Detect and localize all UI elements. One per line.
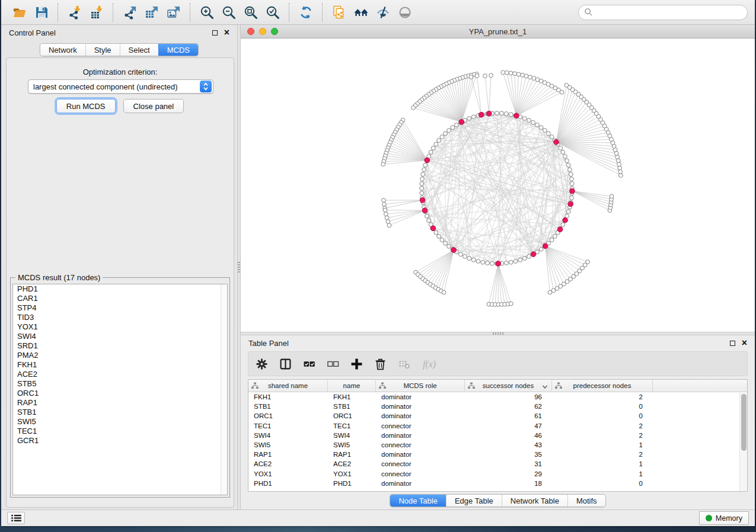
table-cell[interactable]: dominator <box>376 432 465 439</box>
table-cell[interactable]: connector <box>376 470 465 477</box>
close-panel-icon[interactable]: × <box>224 30 229 36</box>
mcds-result-list[interactable]: PHD1CAR1STP4TID3YOX1SWI4SRD1PMA2FKH1ACE2… <box>12 284 228 495</box>
splitter-grip[interactable] <box>238 262 240 273</box>
add-column-icon[interactable] <box>350 357 363 370</box>
zoom-in-icon[interactable] <box>197 3 216 21</box>
table-cell[interactable]: dominator <box>376 403 465 410</box>
save-session-icon[interactable] <box>32 3 50 21</box>
export-table-icon[interactable] <box>142 3 161 21</box>
table-cell[interactable]: dominator <box>376 412 465 419</box>
table-cell[interactable]: ACE2 <box>248 460 328 467</box>
table-cell[interactable]: ORC1 <box>248 412 328 419</box>
criterion-select[interactable]: largest connected component (undirected) <box>28 79 213 94</box>
result-list-item[interactable]: SWI4 <box>13 332 227 341</box>
tab-network[interactable]: Network <box>40 44 85 56</box>
column-header-predecessor-nodes[interactable]: predecessor nodes <box>552 380 653 392</box>
toggle-columns-icon[interactable] <box>279 357 292 370</box>
table-cell[interactable]: connector <box>376 460 465 467</box>
table-cell[interactable]: 61 <box>465 412 552 419</box>
task-history-button[interactable] <box>7 512 25 524</box>
result-list-item[interactable]: SWI5 <box>13 417 227 427</box>
table-cell[interactable]: ACE2 <box>328 460 376 467</box>
table-tab-motifs[interactable]: Motifs <box>567 495 605 507</box>
result-list-item[interactable]: YOX1 <box>13 322 227 332</box>
result-list-item[interactable]: RAP1 <box>13 398 227 408</box>
result-list-item[interactable]: TID3 <box>13 313 227 322</box>
table-cell[interactable]: RAP1 <box>328 451 376 458</box>
table-cell[interactable]: 96 <box>465 393 552 400</box>
table-scrollbar-thumb[interactable] <box>741 394 747 451</box>
table-cell[interactable]: STB1 <box>248 403 328 410</box>
open-file-icon[interactable] <box>10 3 28 21</box>
window-minimize-icon[interactable] <box>259 28 266 35</box>
table-row[interactable]: STB1STB1dominator620 <box>248 402 747 411</box>
table-cell[interactable]: SWI5 <box>328 441 376 448</box>
table-cell[interactable]: YOX1 <box>248 470 328 477</box>
result-list-item[interactable]: ORC1 <box>13 389 227 398</box>
table-cell[interactable]: 2 <box>552 451 653 458</box>
tab-style[interactable]: Style <box>85 44 120 56</box>
table-cell[interactable]: 62 <box>465 403 552 410</box>
column-header-name[interactable]: name <box>328 380 376 392</box>
share-document-icon[interactable] <box>330 3 348 21</box>
result-list-scrollbar[interactable] <box>221 284 227 495</box>
result-list-item[interactable]: PMA2 <box>13 351 227 360</box>
search-box[interactable] <box>578 5 748 20</box>
result-list-item[interactable]: CAR1 <box>13 294 227 303</box>
refresh-layout-icon[interactable] <box>296 3 315 21</box>
table-tab-node-table[interactable]: Node Table <box>390 495 446 507</box>
result-list-item[interactable]: STB5 <box>13 379 227 389</box>
table-row[interactable]: RAP1RAP1dominator352 <box>248 450 747 459</box>
home-views-icon[interactable] <box>352 3 370 21</box>
float-panel-icon[interactable] <box>730 341 735 346</box>
network-canvas[interactable] <box>241 39 755 332</box>
table-cell[interactable]: TEC1 <box>328 422 376 430</box>
table-cell[interactable]: 29 <box>465 470 552 477</box>
table-tab-network-table[interactable]: Network Table <box>502 495 567 507</box>
run-mcds-button[interactable]: Run MCDS <box>56 99 116 113</box>
result-list-item[interactable]: STB1 <box>13 408 227 417</box>
table-row[interactable]: ACE2ACE2connector311 <box>248 459 747 469</box>
show-eye-icon[interactable] <box>395 3 414 21</box>
table-cell[interactable]: 31 <box>465 460 552 467</box>
tab-select[interactable]: Select <box>120 44 158 56</box>
table-row[interactable]: YOX1YOX1connector291 <box>248 469 747 479</box>
table-cell[interactable]: ORC1 <box>328 412 376 419</box>
table-cell[interactable]: 46 <box>465 432 552 439</box>
table-row[interactable]: SWI4SWI4dominator462 <box>248 431 747 440</box>
memory-button[interactable]: Memory <box>699 511 749 525</box>
result-list-item[interactable]: PHD1 <box>13 284 227 294</box>
table-cell[interactable]: 1 <box>552 441 653 448</box>
table-cell[interactable]: dominator <box>376 393 465 400</box>
table-cell[interactable]: 2 <box>552 422 653 430</box>
result-list-item[interactable]: GCR1 <box>13 436 227 446</box>
table-cell[interactable]: 0 <box>552 480 653 487</box>
table-cell[interactable]: TEC1 <box>248 422 328 430</box>
table-cell[interactable]: STB1 <box>328 403 376 410</box>
tab-mcds[interactable]: MCDS <box>158 44 198 56</box>
result-list-item[interactable]: STP4 <box>13 303 227 313</box>
table-row[interactable]: ORC1ORC1dominator610 <box>248 411 747 421</box>
table-cell[interactable]: SWI5 <box>248 441 328 448</box>
splitter-grip[interactable] <box>493 332 503 335</box>
window-close-icon[interactable] <box>247 28 254 35</box>
table-cell[interactable]: YOX1 <box>328 470 376 477</box>
table-cell[interactable]: PHD1 <box>248 480 328 487</box>
table-cell[interactable]: FKH1 <box>248 393 328 400</box>
export-network-icon[interactable] <box>120 3 139 21</box>
delete-columns-icon[interactable] <box>374 357 387 370</box>
table-cell[interactable]: 47 <box>465 422 552 430</box>
table-cell[interactable]: dominator <box>376 451 465 458</box>
close-panel-button[interactable]: Close panel <box>123 99 184 113</box>
table-row[interactable]: FKH1FKH1dominator962 <box>248 392 747 402</box>
table-row[interactable]: PHD1PHD1dominator180 <box>248 479 747 488</box>
result-list-item[interactable]: ACE2 <box>13 370 227 379</box>
table-cell[interactable]: dominator <box>376 480 465 487</box>
table-cell[interactable]: connector <box>376 422 465 430</box>
table-cell[interactable]: SWI4 <box>248 432 328 439</box>
settings-gear-icon[interactable] <box>256 357 268 370</box>
window-maximize-icon[interactable] <box>271 28 278 35</box>
table-cell[interactable]: 18 <box>465 480 552 487</box>
result-list-item[interactable]: TEC1 <box>13 427 227 436</box>
table-cell[interactable]: 0 <box>552 403 653 410</box>
